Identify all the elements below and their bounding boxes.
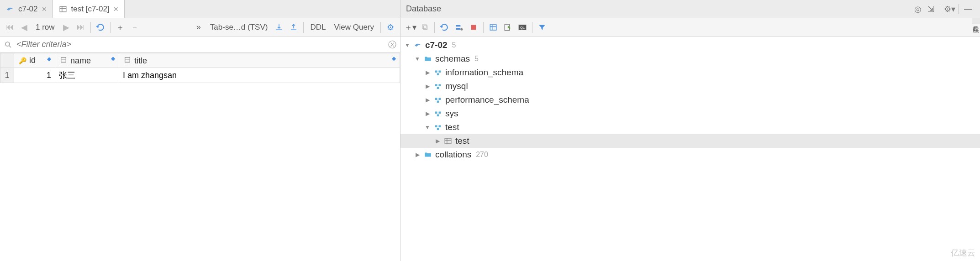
more-icon[interactable]: » bbox=[192, 21, 205, 34]
expand-icon[interactable]: ▶ bbox=[414, 151, 421, 158]
remove-row-button[interactable]: － bbox=[128, 21, 142, 34]
key-icon: 🔑 bbox=[18, 56, 27, 65]
separator bbox=[483, 22, 484, 33]
schema-icon bbox=[433, 123, 443, 132]
column-header-title[interactable]: title ◆ bbox=[119, 53, 400, 68]
node-label: test bbox=[455, 136, 469, 146]
console-button[interactable]: QL bbox=[516, 21, 529, 34]
clear-filter-button[interactable]: ⓧ bbox=[388, 39, 396, 50]
collapse-icon[interactable]: ▼ bbox=[404, 42, 411, 48]
edit-button[interactable] bbox=[501, 21, 515, 34]
expand-icon[interactable]: ▶ bbox=[424, 110, 431, 117]
column-icon bbox=[123, 55, 132, 64]
export-format-label[interactable]: Tab-se…d (TSV) bbox=[206, 23, 272, 32]
panel-title: Database bbox=[406, 4, 912, 14]
column-icon bbox=[59, 55, 68, 64]
tree-node-schema[interactable]: ▶ information_schema bbox=[400, 66, 980, 79]
import-button[interactable] bbox=[272, 21, 286, 34]
gear-icon[interactable]: ⚙▾ bbox=[943, 3, 956, 16]
node-label: mysql bbox=[445, 81, 468, 91]
expand-icon[interactable]: ▶ bbox=[424, 83, 431, 89]
view-button[interactable] bbox=[486, 21, 500, 34]
svg-rect-21 bbox=[439, 84, 441, 87]
target-icon[interactable]: ◎ bbox=[912, 3, 924, 16]
folder-icon bbox=[423, 54, 432, 63]
sort-icon[interactable]: ◆ bbox=[47, 56, 51, 62]
svg-rect-31 bbox=[437, 128, 439, 130]
header-row: 🔑 id ◆ name ◆ title ◆ bbox=[0, 53, 400, 68]
tab-table[interactable]: test [c7-02] ✕ bbox=[53, 0, 125, 18]
new-button[interactable]: ＋▾ bbox=[403, 21, 417, 34]
expand-icon[interactable]: ▶ bbox=[434, 138, 441, 144]
svg-point-9 bbox=[460, 28, 463, 30]
svg-rect-11 bbox=[490, 25, 496, 30]
svg-rect-29 bbox=[435, 125, 437, 128]
expand-icon[interactable]: ▶ bbox=[424, 97, 431, 103]
sort-icon[interactable]: ◆ bbox=[111, 55, 115, 62]
expand-icon[interactable]: ▶ bbox=[424, 69, 431, 76]
prev-page-button[interactable]: ◀ bbox=[17, 21, 31, 34]
collapse-icon[interactable]: ⇲ bbox=[924, 3, 937, 16]
last-page-button[interactable]: ⏭ bbox=[74, 21, 88, 34]
filter-button[interactable] bbox=[535, 21, 549, 34]
tree-node-connection[interactable]: ▼ c7-02 5 bbox=[400, 38, 980, 52]
filter-input[interactable] bbox=[16, 40, 385, 49]
collapse-icon[interactable]: ▼ bbox=[424, 124, 431, 130]
node-label: collations bbox=[435, 150, 471, 160]
separator bbox=[110, 22, 111, 33]
column-header-id[interactable]: 🔑 id ◆ bbox=[14, 53, 55, 68]
schema-icon bbox=[433, 82, 443, 91]
node-label: c7-02 bbox=[425, 40, 448, 50]
close-icon[interactable]: ✕ bbox=[113, 5, 119, 13]
close-icon[interactable]: ✕ bbox=[42, 5, 47, 13]
tab-connection[interactable]: c7-02 ✕ bbox=[0, 0, 53, 18]
dolphin-icon bbox=[413, 41, 422, 50]
cell-title[interactable]: I am zhangsan bbox=[119, 68, 400, 83]
node-count: 5 bbox=[452, 41, 456, 49]
tree-node-schema[interactable]: ▶ mysql bbox=[400, 79, 980, 93]
tab-label: c7-02 bbox=[18, 5, 38, 14]
view-query-button[interactable]: View Query bbox=[330, 23, 378, 32]
tree-node-table-test[interactable]: ▶ test bbox=[400, 134, 980, 148]
table-icon bbox=[443, 136, 453, 146]
column-header-name[interactable]: name ◆ bbox=[55, 53, 119, 68]
separator bbox=[303, 22, 304, 33]
svg-text:QL: QL bbox=[520, 26, 525, 30]
collapse-icon[interactable]: ▼ bbox=[414, 56, 421, 62]
tab-label: test [c7-02] bbox=[71, 5, 110, 14]
row-number: 1 bbox=[0, 68, 14, 83]
tree-node-schema[interactable]: ▶ sys bbox=[400, 107, 980, 120]
add-row-button[interactable]: ＋ bbox=[113, 21, 127, 34]
svg-rect-23 bbox=[435, 98, 437, 100]
stop-button[interactable] bbox=[467, 21, 480, 34]
svg-rect-26 bbox=[435, 112, 437, 114]
tree-node-schemas[interactable]: ▼ schemas 5 bbox=[400, 52, 980, 66]
export-button[interactable] bbox=[287, 21, 300, 34]
datasource-properties-button[interactable] bbox=[452, 21, 466, 34]
hide-icon[interactable]: — bbox=[962, 3, 975, 16]
cell-name[interactable]: 张三 bbox=[55, 68, 119, 83]
table-row[interactable]: 1 1 张三 I am zhangsan bbox=[0, 68, 400, 83]
separator bbox=[90, 22, 91, 33]
sort-icon[interactable]: ◆ bbox=[392, 55, 396, 62]
refresh-button[interactable] bbox=[94, 21, 107, 34]
first-page-button[interactable]: ⏮ bbox=[3, 21, 16, 34]
ddl-button[interactable]: DDL bbox=[306, 23, 329, 32]
editor-panel: c7-02 ✕ test [c7-02] ✕ ⏮ ◀ 1 row ▶ ⏭ ＋ －… bbox=[0, 0, 400, 261]
database-toolbar: ＋▾ ⧉ QL bbox=[400, 18, 980, 37]
database-tree: ▼ c7-02 5 ▼ schemas 5 ▶ information_sche… bbox=[400, 37, 980, 163]
node-label: performance_schema bbox=[445, 95, 529, 105]
tree-node-schema-test[interactable]: ▼ test bbox=[400, 120, 980, 134]
cell-id[interactable]: 1 bbox=[14, 68, 55, 83]
svg-rect-7 bbox=[125, 57, 130, 63]
tree-node-schema[interactable]: ▶ performance_schema bbox=[400, 93, 980, 107]
separator bbox=[959, 4, 959, 14]
settings-button[interactable]: ⚙ bbox=[384, 21, 397, 34]
node-label: schemas bbox=[435, 54, 470, 64]
refresh-button[interactable] bbox=[437, 21, 451, 34]
copy-button[interactable]: ⧉ bbox=[418, 21, 432, 34]
tree-node-collations[interactable]: ▶ collations 270 bbox=[400, 148, 980, 162]
side-tab[interactable]: 导航 bbox=[972, 18, 980, 24]
next-page-button[interactable]: ▶ bbox=[59, 21, 73, 34]
editor-tabs: c7-02 ✕ test [c7-02] ✕ bbox=[0, 0, 400, 18]
